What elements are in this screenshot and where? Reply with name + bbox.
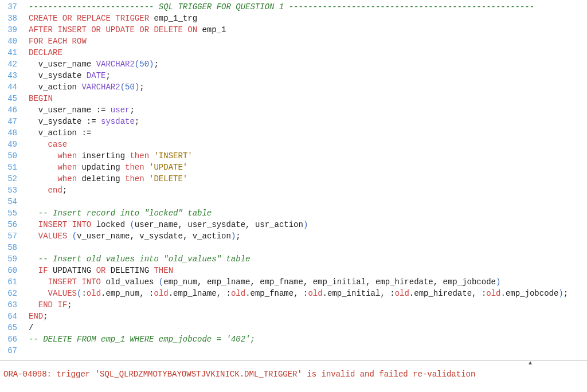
token: user_name, user_sysdate, usr_action xyxy=(135,220,303,229)
token: emp_num, emp_lname, emp_fname, emp_initi… xyxy=(163,277,496,287)
line-number: 56 xyxy=(0,219,21,230)
token: -- Insert record into "locked" table xyxy=(38,209,212,218)
code-line[interactable]: 45BEGIN xyxy=(0,93,587,104)
code-content[interactable]: FOR EACH ROW xyxy=(21,36,87,47)
code-line[interactable]: 44 v_action VARCHAR2(50); xyxy=(0,81,587,93)
code-content[interactable]: -- Insert old values into "old_values" t… xyxy=(21,253,250,265)
code-content[interactable]: -------------------------- SQL TRIGGER F… xyxy=(21,1,534,13)
code-content[interactable]: AFTER INSERT OR UPDATE OR DELETE ON emp_… xyxy=(21,24,226,36)
code-content[interactable]: v_action := xyxy=(21,127,91,139)
token: VARCHAR2 xyxy=(96,60,135,69)
code-line[interactable]: 66-- DELETE FROM emp_1 WHERE emp_jobcode… xyxy=(0,334,587,345)
line-number: 63 xyxy=(0,299,21,311)
code-line[interactable]: 43 v_sysdate DATE; xyxy=(0,70,587,81)
code-content[interactable]: DECLARE xyxy=(21,47,62,58)
token: when xyxy=(57,151,77,160)
line-number: 64 xyxy=(0,311,21,322)
code-line[interactable]: 57 VALUES (v_user_name, v_sysdate, v_act… xyxy=(0,230,587,242)
code-content[interactable]: -- Insert record into "locked" table xyxy=(21,207,212,219)
code-content[interactable]: v_action VARCHAR2(50); xyxy=(21,81,144,93)
token: locked xyxy=(91,220,130,229)
line-number: 67 xyxy=(0,345,21,356)
code-content[interactable]: INSERT INTO locked (user_name, user_sysd… xyxy=(21,219,308,230)
code-content[interactable]: / xyxy=(21,322,33,334)
code-line[interactable]: 54 xyxy=(0,196,587,207)
code-line[interactable]: 52 when deleting then 'DELETE' xyxy=(0,173,587,185)
token: CREATE OR REPLACE TRIGGER xyxy=(29,14,149,23)
token: ( xyxy=(130,220,134,229)
code-content[interactable] xyxy=(21,196,29,207)
token: DELETING xyxy=(105,266,154,275)
token: 50 xyxy=(125,83,135,92)
code-line[interactable]: 51 when updating then 'UPDATE' xyxy=(0,162,587,173)
line-number: 58 xyxy=(0,242,21,253)
line-number: 60 xyxy=(0,265,21,276)
code-line[interactable]: 61 INSERT INTO old_values (emp_num, emp_… xyxy=(0,276,587,288)
code-line[interactable]: 58 xyxy=(0,242,587,253)
code-content[interactable]: v_sysdate DATE; xyxy=(21,70,111,81)
code-content[interactable]: -- DELETE FROM emp_1 WHERE emp_jobcode =… xyxy=(21,334,255,345)
code-line[interactable]: 47 v_sysdate := sysdate; xyxy=(0,116,587,127)
token xyxy=(29,163,57,172)
code-line[interactable]: 56 INSERT INTO locked (user_name, user_s… xyxy=(0,219,587,230)
code-line[interactable]: 37-------------------------- SQL TRIGGER… xyxy=(0,1,587,13)
token: old xyxy=(308,289,322,298)
code-content[interactable]: END IF; xyxy=(21,299,72,311)
line-number: 52 xyxy=(0,173,21,185)
code-content[interactable] xyxy=(21,242,29,253)
code-line[interactable]: 59 -- Insert old values into "old_values… xyxy=(0,253,587,265)
code-line[interactable]: 49 case xyxy=(0,139,587,150)
token: ) xyxy=(558,289,563,298)
code-line[interactable]: 60 IF UPDATING OR DELETING THEN xyxy=(0,265,587,276)
token xyxy=(29,151,57,160)
code-line[interactable]: 55 -- Insert record into "locked" table xyxy=(0,207,587,219)
code-line[interactable]: 39AFTER INSERT OR UPDATE OR DELETE ON em… xyxy=(0,24,587,36)
code-line[interactable]: 50 when inserting then 'INSERT' xyxy=(0,150,587,162)
code-content[interactable]: VALUES (v_user_name, v_sysdate, v_action… xyxy=(21,230,241,242)
token xyxy=(29,209,38,218)
code-editor[interactable]: 37-------------------------- SQL TRIGGER… xyxy=(0,0,587,392)
token: END xyxy=(29,312,43,321)
code-content[interactable]: when updating then 'UPDATE' xyxy=(21,162,187,173)
code-line[interactable]: 48 v_action := xyxy=(0,127,587,139)
token: OR xyxy=(96,266,106,275)
code-content[interactable]: VALUES(:old.emp_num, :old.emp_lname, :ol… xyxy=(21,288,568,299)
code-content[interactable] xyxy=(21,345,29,356)
code-content[interactable]: v_user_name := user; xyxy=(21,104,135,116)
code-line[interactable]: 64END; xyxy=(0,311,587,322)
code-content[interactable]: INSERT INTO old_values (emp_num, emp_lna… xyxy=(21,276,500,288)
code-line[interactable]: 42 v_user_name VARCHAR2(50); xyxy=(0,58,587,70)
token: BEGIN xyxy=(29,94,53,103)
code-content[interactable]: END; xyxy=(21,311,48,322)
code-line[interactable]: 38CREATE OR REPLACE TRIGGER emp_1_trg xyxy=(0,13,587,24)
code-content[interactable]: case xyxy=(21,139,67,150)
line-number: 65 xyxy=(0,322,21,334)
token: END IF xyxy=(38,300,67,309)
code-content[interactable]: when inserting then 'INSERT' xyxy=(21,150,193,162)
panel-separator xyxy=(0,360,587,360)
token: inserting xyxy=(77,151,130,160)
code-content[interactable]: end; xyxy=(21,185,67,196)
scroll-up-icon[interactable]: ▲ xyxy=(529,358,532,369)
token: INSERT INTO xyxy=(38,220,91,229)
token: ) xyxy=(303,220,308,229)
token xyxy=(29,117,38,126)
code-content[interactable]: v_user_name VARCHAR2(50); xyxy=(21,58,159,70)
code-line[interactable]: 62 VALUES(:old.emp_num, :old.emp_lname, … xyxy=(0,288,587,299)
code-line[interactable]: 65/ xyxy=(0,322,587,334)
code-line[interactable]: 40FOR EACH ROW xyxy=(0,36,587,47)
code-content[interactable]: CREATE OR REPLACE TRIGGER emp_1_trg xyxy=(21,13,197,24)
token: when xyxy=(57,163,77,172)
code-content[interactable]: when deleting then 'DELETE' xyxy=(21,173,187,185)
code-line[interactable]: 67 xyxy=(0,345,587,356)
token: -- DELETE FROM emp_1 WHERE emp_jobcode =… xyxy=(29,335,255,344)
code-line[interactable]: 46 v_user_name := user; xyxy=(0,104,587,116)
code-content[interactable]: v_sysdate := sysdate; xyxy=(21,116,139,127)
code-line[interactable]: 63 END IF; xyxy=(0,299,587,311)
code-line[interactable]: 53 end; xyxy=(0,185,587,196)
code-line[interactable]: 41DECLARE xyxy=(0,47,587,58)
code-area[interactable]: 37-------------------------- SQL TRIGGER… xyxy=(0,0,587,356)
code-content[interactable]: BEGIN xyxy=(21,93,53,104)
token: emp_1_trg xyxy=(149,14,197,23)
code-content[interactable]: IF UPDATING OR DELETING THEN xyxy=(21,265,173,276)
